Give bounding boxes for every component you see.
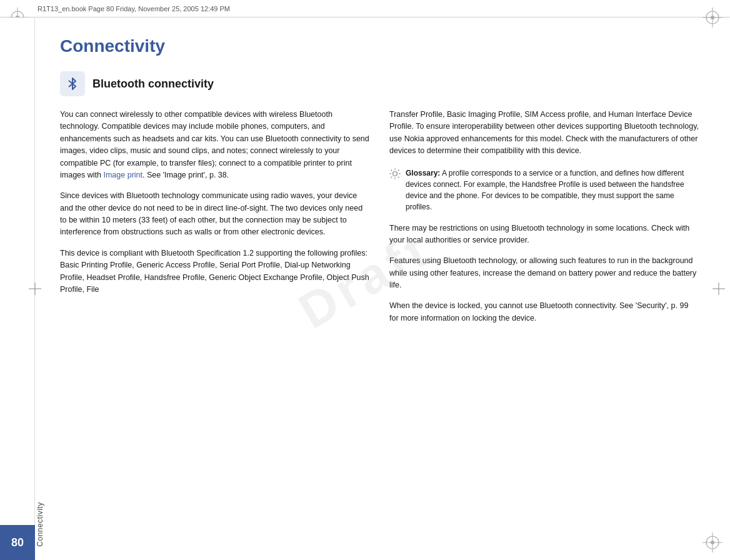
- glossary-sun-icon: [389, 168, 401, 212]
- right-para4: When the device is locked, you cannot us…: [389, 300, 699, 324]
- left-para1: You can connect wirelessly to other comp…: [60, 109, 369, 181]
- section-title: Bluetooth connectivity: [92, 78, 214, 91]
- glossary-box: Glossary: A profile corresponds to a ser…: [389, 166, 699, 214]
- col-right: Transfer Profile, Basic Imaging Profile,…: [389, 109, 699, 333]
- image-print-link[interactable]: Image print: [103, 171, 142, 179]
- left-para3: This device is compliant with Bluetooth …: [60, 248, 369, 296]
- col-left: You can connect wirelessly to other comp…: [60, 109, 369, 333]
- left-para2: Since devices with Bluetooth technology …: [60, 190, 369, 239]
- right-para3: Features using Bluetooth technology, or …: [389, 255, 699, 291]
- bluetooth-icon-wrap: [60, 71, 85, 96]
- svg-line-23: [398, 169, 399, 171]
- header-text: R1T13_en.book Page 80 Friday, November 2…: [38, 5, 230, 12]
- main-content: Connectivity Bluetooth connectivity You …: [35, 18, 730, 560]
- glossary-text: Glossary: A profile corresponds to a ser…: [406, 168, 699, 212]
- page-number: 80: [0, 525, 35, 560]
- svg-line-22: [398, 176, 399, 178]
- svg-line-21: [391, 169, 392, 171]
- glossary-label: Glossary:: [406, 169, 440, 178]
- header-bar: R1T13_en.book Page 80 Friday, November 2…: [0, 0, 730, 18]
- svg-line-24: [391, 176, 392, 178]
- bluetooth-icon: [65, 76, 80, 91]
- two-col-layout: You can connect wirelessly to other comp…: [60, 109, 699, 333]
- section-heading: Bluetooth connectivity: [60, 71, 699, 96]
- svg-point-16: [393, 171, 398, 176]
- right-para1: Transfer Profile, Basic Imaging Profile,…: [389, 109, 699, 158]
- page-title: Connectivity: [60, 36, 699, 56]
- glossary-body: A profile corresponds to a service or a …: [406, 169, 684, 211]
- right-para2: There may be restrictions on using Bluet…: [389, 222, 699, 247]
